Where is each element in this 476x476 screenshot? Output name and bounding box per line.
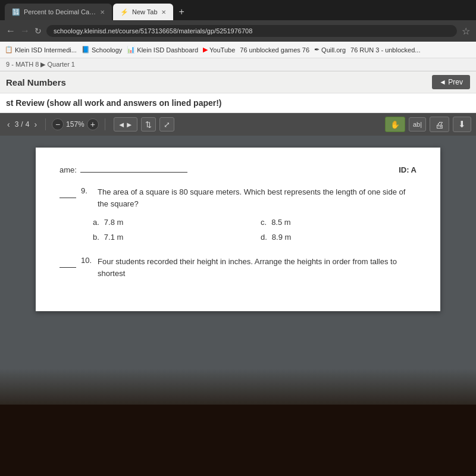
forward-button[interactable]: → [20,26,30,36]
id-container: ID: A [399,165,416,174]
bookmark-schoology[interactable]: 📘 Schoology [82,46,122,54]
download-button[interactable]: ⬇ [453,117,471,132]
id-label: ID: A [399,165,416,174]
fit-height-button[interactable]: ⇅ [141,117,156,131]
bookmark-run3-label: 76 RUN 3 - unblocked... [350,46,420,54]
laptop-bottom [0,405,476,476]
pdf-toolbar: ‹ 3 / 4 › − 157% + ◄► ⇅ ⤢ ✋ ab| 🖨 ⬇ [0,113,476,136]
question-9-choices: a. 7.8 m c. 8.5 m b. 7.1 m d. 8.9 m [93,218,416,242]
question-9-number: 9. [81,186,93,195]
zoom-level: 157% [66,120,84,129]
zoom-out-button[interactable]: − [52,118,64,130]
separator-2 [105,118,105,130]
fullscreen-button[interactable]: ⤢ [159,117,174,131]
bookmark-quill-icon: ✒ [314,46,320,54]
bookmark-schoology-icon: 📘 [82,46,90,54]
worksheet-header-text: st Review (show all work and answers on … [6,98,222,108]
name-underline [80,172,187,173]
pdf-nav: ‹ 3 / 4 › [5,118,39,130]
bookmark-youtube[interactable]: ▶ YouTube [203,46,235,54]
pdf-prev-page[interactable]: ‹ [5,118,12,130]
name-row: ame: ID: A [60,165,416,174]
choice-9d-value: 8.9 m [272,233,292,242]
tab-bar: 🔢 Percent to Decimal Calculator ✕ ⚡ New … [0,0,476,20]
choice-9c-label: c. [261,218,267,227]
question-9-text: The area of a square is 80 square meters… [98,186,416,209]
tab-newtab-label: New Tab [132,8,158,15]
bookmark-youtube-icon: ▶ [203,46,208,54]
choice-9a-value: 7.8 m [104,218,124,227]
tab-calculator-label: Percent to Decimal Calculator [24,8,96,15]
choice-9c: c. 8.5 m [261,218,416,227]
prev-button[interactable]: ◄ Prev [432,75,470,89]
tab-newtab-close[interactable]: ✕ [161,9,166,15]
tab-calculator-icon: 🔢 [12,8,20,16]
zoom-controls: − 157% + [52,118,99,130]
choice-9d: d. 8.9 m [261,233,416,242]
question-9-row: 9. The area of a square is 80 square met… [60,186,416,209]
bookmark-klein-isd-icon: 📋 [5,46,13,54]
bookmark-dashboard-icon: 📊 [127,46,135,54]
choice-9b: b. 7.1 m [93,233,249,242]
document-area: ame: ID: A 9. The area of a square is 80… [0,136,476,433]
bookmark-quill[interactable]: ✒ Quill.org [314,46,346,54]
question-9-block: 9. The area of a square is 80 square met… [60,186,416,242]
bookmark-klein-isd[interactable]: 📋 Klein ISD Intermedi... [5,46,77,54]
tab-newtab-icon: ⚡ [120,8,129,16]
question-9-blank [60,186,76,198]
zoom-in-button[interactable]: + [87,118,99,130]
bookmarks-bar: 📋 Klein ISD Intermedi... 📘 Schoology 📊 K… [0,42,476,58]
back-button[interactable]: ← [6,26,15,36]
tab-calculator-close[interactable]: ✕ [100,9,105,15]
choice-9b-value: 7.1 m [104,233,124,242]
question-10-row: 10. Four students recorded their height … [60,256,416,279]
page-title: Real Numbers [6,77,66,87]
browser-chrome: 🔢 Percent to Decimal Calculator ✕ ⚡ New … [0,0,476,58]
text-tool-button[interactable]: ab| [409,117,426,131]
bookmark-klein-isd-label: Klein ISD Intermedi... [15,46,77,54]
bookmark-dashboard[interactable]: 📊 Klein ISD Dashboard [127,46,198,54]
new-tab-button[interactable]: + [174,7,189,17]
pdf-tools: ◄► ⇅ ⤢ [114,117,174,131]
address-input[interactable] [46,25,457,37]
bookmark-unblocked[interactable]: 76 unblocked games 76 [240,46,309,54]
choice-9d-label: d. [261,233,267,242]
reload-button[interactable]: ↻ [35,26,42,36]
pdf-next-page[interactable]: › [32,118,39,130]
bookmark-button[interactable]: ☆ [462,26,470,37]
worksheet-header: st Review (show all work and answers on … [0,93,476,113]
question-10-number: 10. [81,256,93,265]
bookmark-dashboard-label: Klein ISD Dashboard [137,46,198,54]
tab-calculator[interactable]: 🔢 Percent to Decimal Calculator ✕ [5,4,112,20]
name-label: ame: [60,165,77,174]
document-page: ame: ID: A 9. The area of a square is 80… [36,148,440,311]
choice-9a: a. 7.8 m [93,218,249,227]
print-button[interactable]: 🖨 [430,117,449,132]
choice-9c-value: 8.5 m [271,218,291,227]
question-10-block: 10. Four students recorded their height … [60,256,416,279]
question-10-blank [60,256,76,268]
pdf-page-sep: / [21,120,23,129]
fit-width-button[interactable]: ◄► [114,117,137,131]
bookmark-quill-label: Quill.org [321,46,346,54]
separator-1 [45,118,46,130]
bookmark-youtube-label: YouTube [209,46,235,54]
bookmark-unblocked-label: 76 unblocked games 76 [240,46,309,54]
pdf-page-total: 4 [26,120,30,129]
tab-newtab[interactable]: ⚡ New Tab ✕ [113,4,173,20]
choice-9a-label: a. [93,218,99,227]
question-10-text: Four students recorded their height in i… [98,256,416,279]
hand-tool-button[interactable]: ✋ [385,117,405,132]
pdf-page-current: 3 [15,120,19,129]
schoology-nav: 9 - MATH 8 ▶ Quarter 1 [0,58,476,71]
bookmark-run3[interactable]: 76 RUN 3 - unblocked... [350,46,420,54]
name-field-container: ame: [60,165,187,174]
address-bar: ← → ↻ ☆ [0,20,476,42]
breadcrumb: 9 - MATH 8 ▶ Quarter 1 [6,61,75,68]
page-header: Real Numbers ◄ Prev [0,71,476,93]
choice-9b-label: b. [93,233,99,242]
pdf-right-tools: ✋ ab| 🖨 ⬇ [385,117,471,132]
bookmark-schoology-label: Schoology [92,46,122,54]
